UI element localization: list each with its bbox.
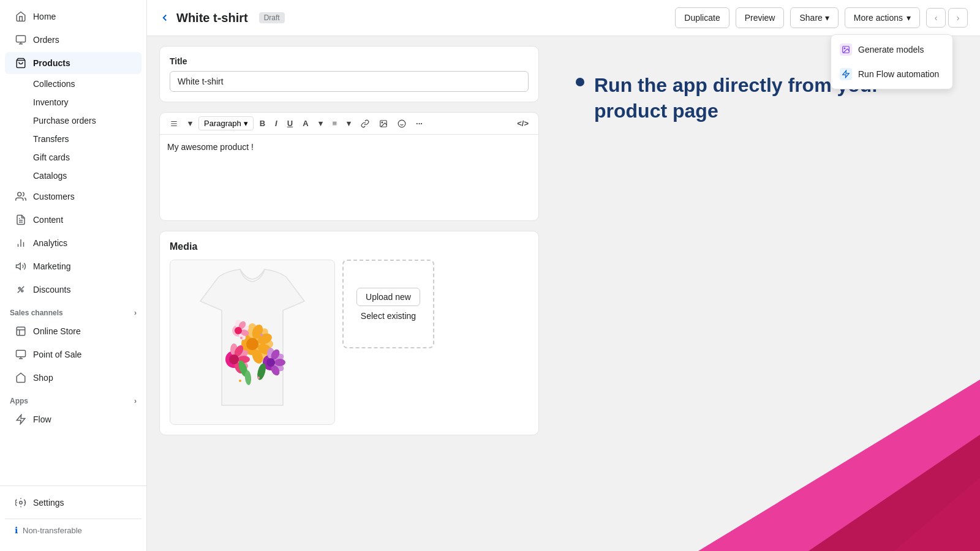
inventory-label: Inventory [33,97,69,107]
more-actions-label: More actions [854,13,903,23]
select-existing-link[interactable]: Select existing [361,311,416,321]
settings-icon [15,497,27,509]
sidebar-item-content-label: Content [33,215,63,225]
underline-btn[interactable]: U [284,116,296,130]
title-input[interactable] [170,71,529,92]
title-label: Title [170,56,529,66]
purchase-orders-label: Purchase orders [33,116,96,126]
media-grid: Upload new Select existing [170,260,529,425]
sidebar-item-point-of-sale[interactable]: Point of Sale [5,343,141,365]
more-actions-button[interactable]: More actions ▾ [845,7,920,28]
top-bar: White t-shirt Draft Duplicate Preview Sh… [147,0,980,36]
sidebar-item-products[interactable]: Products [5,52,141,74]
customers-icon [15,190,27,203]
run-flow-label: Run Flow automation [858,69,939,79]
sidebar-item-settings[interactable]: Settings [5,492,141,514]
sidebar-item-discounts-label: Discounts [33,285,70,294]
image-btn[interactable] [375,117,391,130]
heading-btn[interactable] [166,117,182,130]
sidebar-item-orders[interactable]: Orders [5,29,141,51]
catalogs-label: Catalogs [33,171,67,181]
non-transferable-bar: ℹ Non-transferable [5,519,141,541]
sidebar-item-flow[interactable]: Flow [5,408,141,430]
non-transferable-label: Non-transferable [23,526,82,535]
align-chevron-btn[interactable]: ▾ [343,116,355,130]
point-of-sale-icon [15,348,27,361]
svg-point-60 [235,327,242,334]
text-color-btn[interactable]: A [299,116,312,130]
sidebar-item-shop[interactable]: Shop [5,367,141,389]
sales-channels-chevron[interactable]: › [134,309,137,317]
main-content: Title ▾ Paragraph ▾ [147,36,551,551]
emoji-btn[interactable] [394,117,410,130]
align-btn[interactable]: ≡ [329,116,341,130]
media-card: Media [159,231,539,435]
home-icon [15,10,27,23]
italic-btn[interactable]: I [271,116,281,130]
share-chevron: ▾ [825,13,829,23]
chevron-btn[interactable]: ▾ [315,116,326,130]
sidebar-sub-item-purchase-orders[interactable]: Purchase orders [5,112,141,129]
shop-icon [15,372,27,384]
paragraph-label: Paragraph [204,119,241,128]
description-toolbar: ▾ Paragraph ▾ B I U [160,113,538,135]
paragraph-select[interactable]: Paragraph ▾ [198,116,254,130]
sidebar-sub-item-catalogs[interactable]: Catalogs [5,167,141,184]
orders-icon [15,34,27,46]
sidebar-sub-item-gift-cards[interactable]: Gift cards [5,149,141,166]
svg-point-10 [21,290,23,292]
point-of-sale-label: Point of Sale [33,350,81,359]
sidebar-sub-item-inventory[interactable]: Inventory [5,94,141,111]
bold-btn[interactable]: B [256,116,269,130]
sidebar-item-orders-label: Orders [33,35,59,45]
sidebar-item-products-label: Products [33,58,70,68]
code-btn[interactable]: </> [513,116,532,130]
next-button[interactable]: › [948,8,968,28]
description-card: ▾ Paragraph ▾ B I U [159,112,539,221]
gift-cards-label: Gift cards [33,152,70,162]
svg-point-25 [398,120,405,127]
sidebar-item-analytics-label: Analytics [33,238,67,248]
apps-chevron[interactable]: › [134,397,137,405]
bullet-dot [576,78,584,86]
sidebar-item-customers[interactable]: Customers [5,186,141,208]
link-btn[interactable] [357,117,373,130]
discounts-icon [15,283,27,296]
dropdown-item-generate-models[interactable]: Generate models [831,37,952,62]
heading-chevron-btn[interactable]: ▾ [184,116,196,130]
flow-label: Flow [33,414,51,424]
preview-button[interactable]: Preview [736,7,785,28]
prev-button[interactable]: ‹ [926,8,946,28]
svg-point-67 [239,380,241,382]
sidebar-item-online-store[interactable]: Online Store [5,320,141,342]
sidebar-item-marketing[interactable]: Marketing [5,255,141,277]
sidebar-sub-item-collections[interactable]: Collections [5,75,141,92]
back-button[interactable] [159,12,170,23]
more-btn[interactable]: ··· [412,116,426,130]
svg-point-64 [240,337,243,339]
product-image[interactable] [170,260,335,425]
svg-point-21 [844,48,845,49]
decorative-triangles [698,380,980,551]
sidebar-item-discounts[interactable]: Discounts [5,279,141,301]
shop-label: Shop [33,373,53,383]
sidebar-item-content[interactable]: Content [5,209,141,231]
page-title: White t-shirt [176,11,248,25]
generate-models-icon [840,43,852,56]
sidebar-item-home[interactable]: Home [5,6,141,28]
sales-channels-section: Sales channels › [0,301,146,320]
draft-badge: Draft [259,12,285,23]
dropdown-item-run-flow[interactable]: Run Flow automation [831,62,952,86]
products-icon [15,57,27,69]
sidebar-sub-item-transfers[interactable]: Transfers [5,130,141,148]
online-store-label: Online Store [33,326,81,336]
share-button[interactable]: Share ▾ [790,7,838,28]
media-upload-area[interactable]: Upload new Select existing [342,260,434,348]
duplicate-button[interactable]: Duplicate [675,7,729,28]
sidebar-item-analytics[interactable]: Analytics [5,232,141,254]
description-content[interactable]: My awesome product ! [160,135,538,220]
nav-arrows: ‹ › [926,8,968,28]
svg-point-53 [266,358,275,367]
upload-new-button[interactable]: Upload new [356,288,420,306]
sidebar-item-customers-label: Customers [33,192,75,201]
